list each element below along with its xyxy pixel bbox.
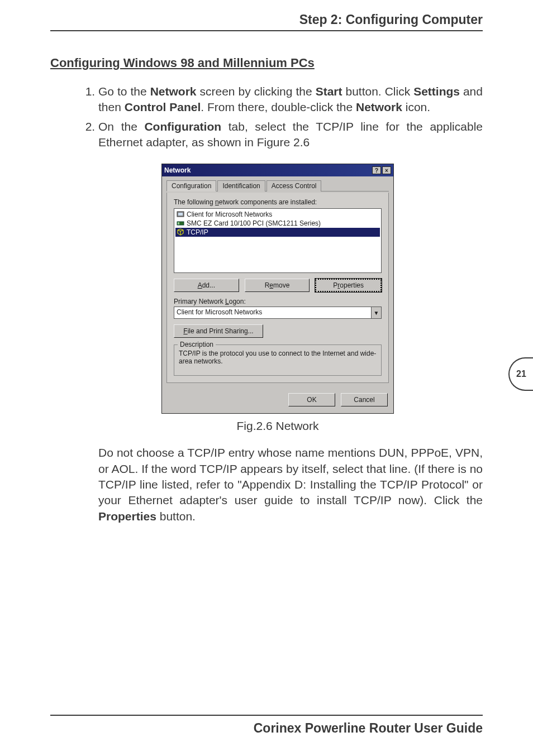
button-row: Add... Remove Properties [174,279,382,292]
remove-button[interactable]: Remove [245,279,310,292]
accelerator: n [215,198,219,206]
protocol-icon [177,228,184,236]
adapter-icon [177,219,184,227]
tab-access-control[interactable]: Access Control [266,180,322,192]
list-item-selected[interactable]: TCP/IP [175,228,380,237]
page-number-tab: 21 [508,357,533,391]
text: etwork components are installed: [219,198,317,206]
help-button[interactable]: ? [372,166,381,174]
header-rule [50,30,483,31]
bold: Settings [413,85,460,98]
combo-value: Client for Microsoft Networks [174,307,371,318]
cancel-button[interactable]: Cancel [341,393,388,406]
add-button[interactable]: Add... [174,279,239,292]
group-title: Description [178,341,216,348]
list-item-label: Client for Microsoft Networks [187,210,272,218]
page-header: Step 2: Configuring Computer [299,12,483,27]
svg-line-4 [178,230,180,231]
text: . From there, double-click the [201,101,356,113]
tab-identification[interactable]: Identification [217,180,265,192]
list-item-label: TCP/IP [187,228,208,236]
file-print-sharing-button[interactable]: File and Print Sharing... [174,324,263,338]
dialog-body: Configuration Identification Access Cont… [162,176,393,387]
content-area: Go to the Network screen by clicking the… [73,84,483,524]
text: Do not choose a TCP/IP entry whose name … [98,446,483,506]
tab-row: Configuration Identification Access Cont… [166,180,389,192]
primary-logon-label: Primary Network Logon: [174,298,382,305]
fps-row: File and Print Sharing... [174,324,382,338]
dialog-titlebar: Network ? × [162,164,393,176]
text: operties [340,281,364,289]
properties-button[interactable]: Properties [315,279,382,292]
text: move [273,281,289,289]
accelerator: L [225,298,229,305]
step-list: Go to the Network screen by clicking the… [73,84,483,150]
description-group: Description TCP/IP is the protocol you u… [174,344,382,376]
step-1: Go to the Network screen by clicking the… [98,84,483,116]
description-text: TCP/IP is the protocol you use to connec… [179,350,377,365]
tab-panel: The following network components are ins… [166,193,389,383]
paragraph-after: Do not choose a TCP/IP entry whose name … [73,445,483,524]
tab-configuration[interactable]: Configuration [166,180,216,192]
svg-line-5 [180,230,183,231]
footer-rule [50,715,483,716]
bold: Properties [98,510,156,523]
list-item[interactable]: SMC EZ Card 10/100 PCI (SMC1211 Series) [175,219,380,228]
text: R [265,281,270,289]
text: The following [174,198,215,206]
text: On the [98,120,144,133]
client-icon [177,210,184,218]
section-title: Configuring Windows 98 and Millennium PC… [50,56,315,70]
figure-wrap: Network ? × Configuration Identification… [73,164,483,433]
network-dialog: Network ? × Configuration Identification… [161,164,394,414]
text: Go to the [98,85,150,98]
text: P [333,281,337,289]
text: screen by clicking the [197,85,316,98]
installed-label: The following network components are ins… [174,198,382,206]
text: icon. [402,101,430,113]
list-item-label: SMC EZ Card 10/100 PCI (SMC1211 Series) [187,219,321,227]
bold: Control Panel [125,101,201,113]
step-2: On the Configuration tab, select the TCP… [98,119,483,151]
text: Primary Network [174,298,225,305]
text: ogon: [229,298,246,305]
text: button. [156,510,196,523]
text: button. Click [342,85,413,98]
accelerator: F [183,327,187,335]
dialog-footer: OK Cancel [162,387,393,413]
svg-rect-1 [178,213,183,216]
ok-button[interactable]: OK [288,393,335,406]
bold: Network [150,85,197,98]
text: ile and Print Sharing... [188,327,254,335]
figure-caption: Fig.2.6 Network [236,419,318,433]
page-footer: Corinex Powerline Router User Guide [254,721,483,736]
text: dd... [202,281,215,289]
chevron-down-icon[interactable]: ▼ [371,307,381,318]
list-item[interactable]: Client for Microsoft Networks [175,210,380,219]
close-button[interactable]: × [382,166,391,174]
bold: Start [316,85,342,98]
accelerator: A [198,281,202,289]
dialog-title: Network [164,166,371,174]
svg-rect-3 [178,222,179,224]
bold: Network [356,101,402,113]
accelerator: e [269,281,273,289]
bold: Configuration [144,120,221,133]
components-listbox[interactable]: Client for Microsoft Networks SMC EZ Car… [174,208,382,273]
primary-logon-combo[interactable]: Client for Microsoft Networks ▼ [174,307,382,319]
